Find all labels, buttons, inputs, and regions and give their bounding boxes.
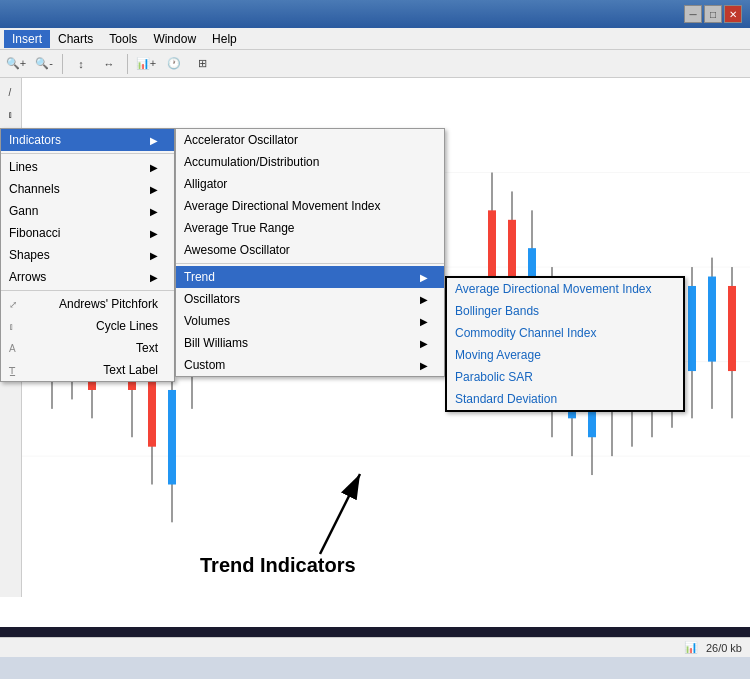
fibonacci-arrow: ▶ <box>150 228 158 239</box>
trend-ma[interactable]: Moving Average <box>447 344 683 366</box>
toolbar-btn-chart[interactable]: 📊+ <box>134 53 158 75</box>
svg-rect-56 <box>688 286 696 371</box>
menu-item-fibonacci[interactable]: Fibonacci ▶ <box>1 222 174 244</box>
submenu-awesome[interactable]: Awesome Oscillator <box>176 239 444 261</box>
svg-rect-58 <box>708 277 716 362</box>
submenu-accumulation[interactable]: Accumulation/Distribution <box>176 151 444 173</box>
indicators-arrow: ▶ <box>150 135 158 146</box>
main-content: / ⫾ A T̲ <box>0 78 750 657</box>
status-text: 26/0 kb <box>706 642 742 654</box>
text-label-icon: T̲ <box>9 365 15 376</box>
menu-item-indicators[interactable]: Indicators ▶ <box>1 129 174 151</box>
text-a-icon: A <box>9 343 16 354</box>
submenu-admi[interactable]: Average Directional Movement Index <box>176 195 444 217</box>
menu-item-insert[interactable]: Insert <box>4 30 50 48</box>
annotation: Trend Indicators <box>200 454 400 577</box>
menu-item-pitchfork[interactable]: ⤢ Andrews' Pitchfork <box>1 293 174 315</box>
svg-rect-18 <box>168 390 176 485</box>
title-bar-buttons: ─ □ ✕ <box>684 5 742 23</box>
submenu-volumes[interactable]: Volumes ▶ <box>176 310 444 332</box>
menu-item-gann[interactable]: Gann ▶ <box>1 200 174 222</box>
indicators-separator-1 <box>176 263 444 264</box>
submenu-bill-williams[interactable]: Bill Williams ▶ <box>176 332 444 354</box>
svg-rect-60 <box>728 286 736 371</box>
toolbar-btn-grid[interactable]: ⊞ <box>190 53 214 75</box>
toolbar-btn-4[interactable]: ↔ <box>97 53 121 75</box>
trend-parabolic[interactable]: Parabolic SAR <box>447 366 683 388</box>
menu-item-arrows[interactable]: Arrows ▶ <box>1 266 174 288</box>
status-bar: 📊 26/0 kb <box>0 637 750 657</box>
pitchfork-icon: ⤢ <box>9 299 17 310</box>
insert-separator-2 <box>1 290 174 291</box>
shapes-arrow: ▶ <box>150 250 158 261</box>
channels-arrow: ▶ <box>150 184 158 195</box>
menu-item-help[interactable]: Help <box>204 30 245 48</box>
volumes-arrow: ▶ <box>420 316 428 327</box>
trend-bollinger[interactable]: Bollinger Bands <box>447 300 683 322</box>
trend-std-dev[interactable]: Standard Deviation <box>447 388 683 410</box>
menu-item-charts[interactable]: Charts <box>50 30 101 48</box>
custom-arrow: ▶ <box>420 360 428 371</box>
close-button[interactable]: ✕ <box>724 5 742 23</box>
diagonal-line-icon[interactable]: / <box>0 82 20 102</box>
insert-menu: Indicators ▶ Lines ▶ Channels ▶ Gann ▶ F… <box>0 128 175 382</box>
toolbar-btn-2[interactable]: 🔍- <box>32 53 56 75</box>
submenu-alligator[interactable]: Alligator <box>176 173 444 195</box>
menu-item-lines[interactable]: Lines ▶ <box>1 156 174 178</box>
menu-item-cycle-lines[interactable]: ⫾ Cycle Lines <box>1 315 174 337</box>
maximize-button[interactable]: □ <box>704 5 722 23</box>
submenu-oscillators[interactable]: Oscillators ▶ <box>176 288 444 310</box>
lines-arrow: ▶ <box>150 162 158 173</box>
trend-submenu: Average Directional Movement Index Bolli… <box>445 276 685 412</box>
submenu-accelerator[interactable]: Accelerator Oscillator <box>176 129 444 151</box>
menu-bar: Insert Charts Tools Window Help <box>0 28 750 50</box>
submenu-custom[interactable]: Custom ▶ <box>176 354 444 376</box>
gann-arrow: ▶ <box>150 206 158 217</box>
toolbar-separator-1 <box>62 54 63 74</box>
menu-item-text-label[interactable]: T̲ Text Label <box>1 359 174 381</box>
chart-icon: 📊 <box>684 641 698 654</box>
submenu-trend[interactable]: Trend ▶ <box>176 266 444 288</box>
title-bar: ─ □ ✕ <box>0 0 750 28</box>
menu-item-channels[interactable]: Channels ▶ <box>1 178 174 200</box>
minimize-button[interactable]: ─ <box>684 5 702 23</box>
trend-admi[interactable]: Average Directional Movement Index <box>447 278 683 300</box>
arrows-arrow: ▶ <box>150 272 158 283</box>
menu-item-shapes[interactable]: Shapes ▶ <box>1 244 174 266</box>
menu-item-window[interactable]: Window <box>145 30 204 48</box>
annotation-text: Trend Indicators <box>200 554 356 576</box>
cycle-icon: ⫾ <box>9 321 14 332</box>
cycle-lines-icon[interactable]: ⫾ <box>0 104 20 124</box>
menu-item-tools[interactable]: Tools <box>101 30 145 48</box>
indicators-submenu: Accelerator Oscillator Accumulation/Dist… <box>175 128 445 377</box>
bill-williams-arrow: ▶ <box>420 338 428 349</box>
trend-arrow: ▶ <box>420 272 428 283</box>
submenu-atr[interactable]: Average True Range <box>176 217 444 239</box>
toolbar-btn-3[interactable]: ↕ <box>69 53 93 75</box>
toolbar-separator-2 <box>127 54 128 74</box>
menu-item-text[interactable]: A Text <box>1 337 174 359</box>
oscillators-arrow: ▶ <box>420 294 428 305</box>
toolbar-btn-1[interactable]: 🔍+ <box>4 53 28 75</box>
trend-cci[interactable]: Commodity Channel Index <box>447 322 683 344</box>
toolbar-btn-clock[interactable]: 🕐 <box>162 53 186 75</box>
toolbar: 🔍+ 🔍- ↕ ↔ 📊+ 🕐 ⊞ <box>0 50 750 78</box>
svg-line-62 <box>320 474 360 554</box>
insert-separator-1 <box>1 153 174 154</box>
